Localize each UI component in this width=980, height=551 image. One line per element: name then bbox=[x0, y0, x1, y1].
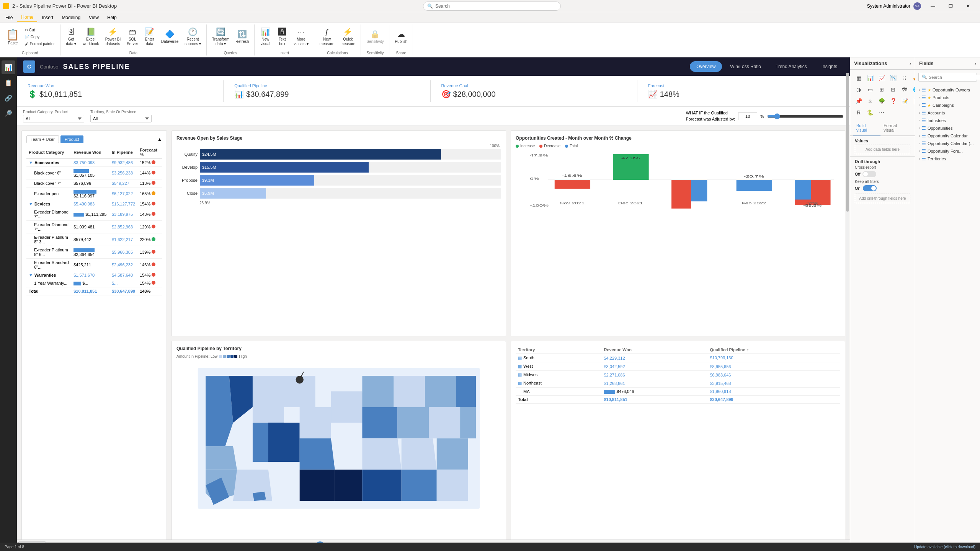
goal-icon: 🎯 bbox=[441, 90, 451, 99]
product-table: Product Category Revenue Won In Pipeline… bbox=[26, 146, 162, 295]
viz-paginated[interactable]: 📄 bbox=[911, 96, 915, 106]
viz-qna[interactable]: ❓ bbox=[888, 96, 898, 106]
expand-icon: › bbox=[919, 126, 920, 130]
field-group-campaigns[interactable]: › ☰ ★ Campaigns bbox=[915, 101, 980, 109]
cross-report-toggle-track[interactable] bbox=[862, 171, 876, 177]
viz-filled-map[interactable]: 🌐 bbox=[911, 84, 915, 95]
dax-query-button[interactable]: 🔎 bbox=[2, 106, 15, 120]
quick-measure-button[interactable]: ⚡ Quickmeasure bbox=[338, 24, 358, 49]
dataverse-button[interactable]: 🔷 Dataverse bbox=[159, 24, 181, 49]
get-data-button[interactable]: 🗄 Getdata ▾ bbox=[64, 24, 79, 49]
viz-r-script[interactable]: R bbox=[853, 107, 864, 118]
kpi-qualified-pipeline-label: Qualified Pipeline bbox=[234, 83, 425, 88]
th-territory: Territory bbox=[516, 346, 601, 354]
viz-expand-btn[interactable]: › bbox=[910, 61, 911, 66]
scroll-up-btn[interactable]: ▲ bbox=[157, 137, 162, 142]
report-view-button[interactable]: 📊 bbox=[2, 60, 15, 74]
values-drop-zone[interactable]: Add data fields here bbox=[855, 145, 910, 154]
sql-server-button[interactable]: 🗃 SQLServer bbox=[124, 24, 140, 49]
menu-help[interactable]: Help bbox=[103, 13, 121, 22]
build-visual-tab[interactable]: Build visual bbox=[853, 121, 880, 135]
viz-python[interactable]: 🐍 bbox=[865, 107, 875, 118]
viz-decomp[interactable]: 🌳 bbox=[876, 96, 887, 106]
nav-trend[interactable]: Trend Analytics bbox=[769, 61, 813, 72]
close-button[interactable]: ✕ bbox=[959, 0, 977, 12]
viz-kpi[interactable]: 📌 bbox=[853, 96, 864, 106]
field-group-opportunity-calendar[interactable]: › ☰ Opportunity Calendar bbox=[915, 132, 980, 140]
viz-map[interactable]: 🗺 bbox=[899, 84, 910, 95]
fields-search-input[interactable] bbox=[929, 75, 980, 80]
field-group-opportunities[interactable]: › ☰ Opportunities bbox=[915, 124, 980, 132]
viz-scatter[interactable]: ⁝⁝ bbox=[899, 73, 910, 83]
data-view-button[interactable]: 📋 bbox=[2, 76, 15, 90]
menu-insert[interactable]: Insert bbox=[38, 13, 57, 22]
viz-table[interactable]: ⊞ bbox=[876, 84, 887, 95]
table-row: Black cover 7" $576,896 $549,227 113% bbox=[26, 179, 162, 187]
viz-smart-narr[interactable]: 📝 bbox=[899, 96, 910, 106]
nav-overview[interactable]: Overview bbox=[690, 61, 722, 72]
viz-gauge[interactable]: ◑ bbox=[853, 84, 864, 95]
product-toggle-btn[interactable]: Product bbox=[60, 135, 83, 143]
forecast-slider[interactable] bbox=[767, 113, 844, 119]
minimize-button[interactable]: — bbox=[924, 0, 942, 12]
menu-home[interactable]: Home bbox=[17, 13, 37, 22]
viz-area-chart[interactable]: 📉 bbox=[888, 73, 898, 83]
fields-expand-btn[interactable]: › bbox=[975, 61, 976, 66]
menu-view[interactable]: View bbox=[85, 13, 103, 22]
excel-workbook-button[interactable]: 📗 Excelworkbook bbox=[80, 24, 101, 49]
viz-slicer[interactable]: ⧖ bbox=[865, 96, 875, 106]
viz-stacked-bar[interactable]: ▦ bbox=[853, 73, 864, 83]
model-view-button[interactable]: 🔗 bbox=[2, 91, 15, 105]
viz-more[interactable]: ⋯ bbox=[876, 107, 887, 118]
drill-through-drop-zone[interactable]: Add drill-through fields here bbox=[855, 194, 910, 203]
format-visual-tab[interactable]: Format visual bbox=[880, 121, 912, 135]
viz-matrix[interactable]: ⊟ bbox=[888, 84, 898, 95]
enter-data-button[interactable]: 📝 Enterdata bbox=[142, 24, 157, 49]
keep-filters-toggle-track[interactable] bbox=[863, 185, 877, 191]
maximize-button[interactable]: ❐ bbox=[942, 0, 959, 12]
territory-filter-select[interactable]: All bbox=[90, 115, 152, 122]
more-visuals-button[interactable]: ⋯ Morevisuals ▾ bbox=[291, 24, 310, 49]
new-visual-button[interactable]: 📊 Newvisual bbox=[258, 24, 273, 49]
field-group-accounts[interactable]: › ☰ Accounts bbox=[915, 109, 980, 117]
viz-line-chart[interactable]: 📈 bbox=[876, 73, 887, 83]
publish-button[interactable]: ☁ Publish bbox=[392, 24, 410, 49]
viz-pie[interactable]: 🥧 bbox=[911, 73, 915, 83]
text-box-button[interactable]: 🅰 Textbox bbox=[274, 24, 290, 49]
fields-search-box[interactable]: 🔍 bbox=[918, 73, 977, 82]
table-row: E-reader Diamond 7"... $1,009,481 $2,852… bbox=[26, 221, 162, 233]
team-user-toggle-btn[interactable]: Team + User bbox=[26, 135, 59, 143]
viz-card[interactable]: ▭ bbox=[865, 84, 875, 95]
svg-text:-100.0%: -100.0% bbox=[678, 208, 700, 209]
format-painter-button[interactable]: 🖌 Format painter bbox=[23, 40, 57, 47]
table-row: ▦South $4,229,312 $10,793,130 bbox=[516, 354, 840, 362]
transform-data-button[interactable]: 🔄 Transformdata ▾ bbox=[210, 24, 232, 49]
field-group-industries[interactable]: › ☰ Industries bbox=[915, 117, 980, 124]
pipeline-map-title: Qualified Pipeline by Territory bbox=[176, 346, 501, 351]
field-group-territories[interactable]: › ☰ Territories bbox=[915, 155, 980, 163]
copy-button[interactable]: 📄 Copy bbox=[23, 33, 57, 40]
nav-insights[interactable]: Insights bbox=[815, 61, 844, 72]
menu-modeling[interactable]: Modeling bbox=[58, 13, 84, 22]
kpi-row: Revenue Won 💲 $10,811,851 Qualified Pipe… bbox=[17, 76, 850, 107]
product-filter-select[interactable]: All bbox=[23, 115, 84, 122]
forecast-input[interactable] bbox=[738, 112, 757, 120]
sort-icon[interactable]: ↕ bbox=[747, 347, 749, 352]
cut-button[interactable]: ✂ Cut bbox=[23, 26, 57, 33]
recent-sources-button[interactable]: 🕐 Recentsources ▾ bbox=[182, 24, 203, 49]
field-group-opportunity-owners[interactable]: › ☰ ★ Opportunity Owners bbox=[915, 86, 980, 94]
sensitivity-button[interactable]: 🔒 Sensitivity bbox=[364, 24, 386, 49]
menu-file[interactable]: File bbox=[2, 13, 16, 22]
new-measure-button[interactable]: ƒ Newmeasure bbox=[317, 24, 337, 49]
field-group-opportunity-fore[interactable]: › ☰ Opportunity Fore... bbox=[915, 147, 980, 155]
field-group-products[interactable]: › ☰ ★ Products bbox=[915, 94, 980, 101]
update-notice[interactable]: Update available (click to download) bbox=[914, 545, 975, 549]
viz-clustered-bar[interactable]: 📊 bbox=[865, 73, 875, 83]
viz-panel-header: Visualizations › bbox=[850, 57, 915, 70]
power-bi-datasets-button[interactable]: ⚡ Power BIdatasets bbox=[103, 24, 123, 49]
nav-winloss[interactable]: Win/Loss Ratio bbox=[724, 61, 768, 72]
paste-button[interactable]: 📋 Paste bbox=[3, 24, 23, 49]
global-search-bar[interactable]: 🔍 Search bbox=[423, 2, 561, 11]
refresh-button[interactable]: 🔃 Refresh bbox=[233, 24, 251, 49]
field-group-opportunity-calendar-2[interactable]: › ☰ Opportunity Calendar (... bbox=[915, 140, 980, 147]
